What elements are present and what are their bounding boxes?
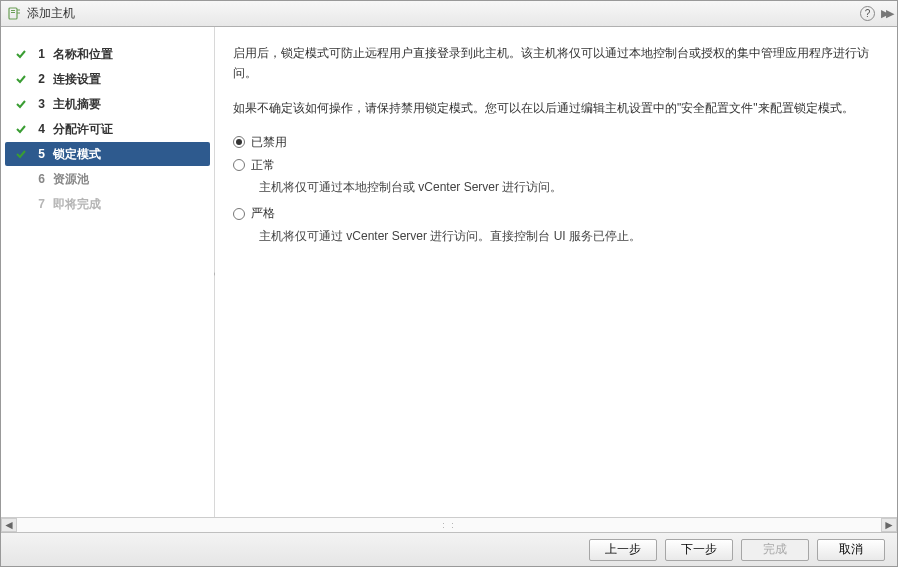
- wizard-body: 1 名称和位置 2 连接设置 3 主机摘要 4: [1, 27, 897, 517]
- intro-text-1: 启用后，锁定模式可防止远程用户直接登录到此主机。该主机将仅可以通过本地控制台或授…: [233, 43, 877, 84]
- step-lockdown-mode[interactable]: 5 锁定模式: [5, 142, 210, 166]
- step-host-summary[interactable]: 3 主机摘要: [5, 92, 210, 116]
- step-sidebar: 1 名称和位置 2 连接设置 3 主机摘要 4: [1, 27, 215, 517]
- lockdown-radio-group: 已禁用 正常 主机将仅可通过本地控制台或 vCenter Server 进行访问…: [233, 132, 877, 246]
- step-label: 锁定模式: [53, 146, 101, 163]
- back-button[interactable]: 上一步: [589, 539, 657, 561]
- step-resource-pool[interactable]: 6 资源池: [5, 167, 210, 191]
- next-button[interactable]: 下一步: [665, 539, 733, 561]
- add-host-wizard: 添加主机 ? ▶▶ 1 名称和位置 2 连接设置: [0, 0, 898, 567]
- step-number: 5: [35, 147, 45, 161]
- wizard-footer: 上一步 下一步 完成 取消: [1, 532, 897, 566]
- radio-desc-normal: 主机将仅可通过本地控制台或 vCenter Server 进行访问。: [259, 177, 877, 197]
- step-connection-settings[interactable]: 2 连接设置: [5, 67, 210, 91]
- step-label: 主机摘要: [53, 96, 101, 113]
- scroll-grip-icon: : :: [442, 520, 456, 530]
- check-icon: [15, 98, 27, 110]
- radio-label: 已禁用: [251, 132, 287, 152]
- host-icon: [7, 7, 21, 21]
- expand-icon[interactable]: ▶▶: [881, 7, 891, 20]
- radio-icon[interactable]: [233, 159, 245, 171]
- step-label: 即将完成: [53, 196, 101, 213]
- cancel-button[interactable]: 取消: [817, 539, 885, 561]
- step-assign-license[interactable]: 4 分配许可证: [5, 117, 210, 141]
- step-label: 资源池: [53, 171, 89, 188]
- horizontal-scrollbar[interactable]: ◄ : : ►: [1, 517, 897, 532]
- step-label: 分配许可证: [53, 121, 113, 138]
- step-name-location[interactable]: 1 名称和位置: [5, 42, 210, 66]
- titlebar: 添加主机 ? ▶▶: [1, 1, 897, 27]
- radio-icon[interactable]: [233, 136, 245, 148]
- step-ready-complete: 7 即将完成: [5, 192, 210, 216]
- radio-desc-strict: 主机将仅可通过 vCenter Server 进行访问。直接控制台 UI 服务已…: [259, 226, 877, 246]
- radio-option-disabled[interactable]: 已禁用: [233, 132, 877, 152]
- check-icon: [15, 73, 27, 85]
- step-number: 1: [35, 47, 45, 61]
- check-icon: [15, 148, 27, 160]
- step-number: 4: [35, 122, 45, 136]
- intro-text-2: 如果不确定该如何操作，请保持禁用锁定模式。您可以在以后通过编辑主机设置中的"安全…: [233, 98, 877, 118]
- step-number: 3: [35, 97, 45, 111]
- radio-option-strict[interactable]: 严格: [233, 203, 877, 223]
- step-number: 7: [35, 197, 45, 211]
- svg-rect-2: [11, 12, 15, 13]
- radio-label: 严格: [251, 203, 275, 223]
- step-number: 2: [35, 72, 45, 86]
- finish-button: 完成: [741, 539, 809, 561]
- radio-label: 正常: [251, 155, 275, 175]
- scroll-right-icon[interactable]: ►: [881, 518, 897, 532]
- check-icon: [15, 48, 27, 60]
- check-icon: [15, 123, 27, 135]
- help-icon[interactable]: ?: [860, 6, 875, 21]
- step-label: 连接设置: [53, 71, 101, 88]
- content-panel: 启用后，锁定模式可防止远程用户直接登录到此主机。该主机将仅可以通过本地控制台或授…: [215, 27, 897, 517]
- splitter-handle-icon[interactable]: ··: [213, 272, 217, 275]
- svg-rect-1: [11, 10, 15, 11]
- step-number: 6: [35, 172, 45, 186]
- scroll-track[interactable]: : :: [17, 518, 881, 532]
- radio-option-normal[interactable]: 正常: [233, 155, 877, 175]
- radio-icon[interactable]: [233, 208, 245, 220]
- step-label: 名称和位置: [53, 46, 113, 63]
- svg-rect-0: [9, 8, 17, 19]
- scroll-left-icon[interactable]: ◄: [1, 518, 17, 532]
- window-title: 添加主机: [27, 5, 854, 22]
